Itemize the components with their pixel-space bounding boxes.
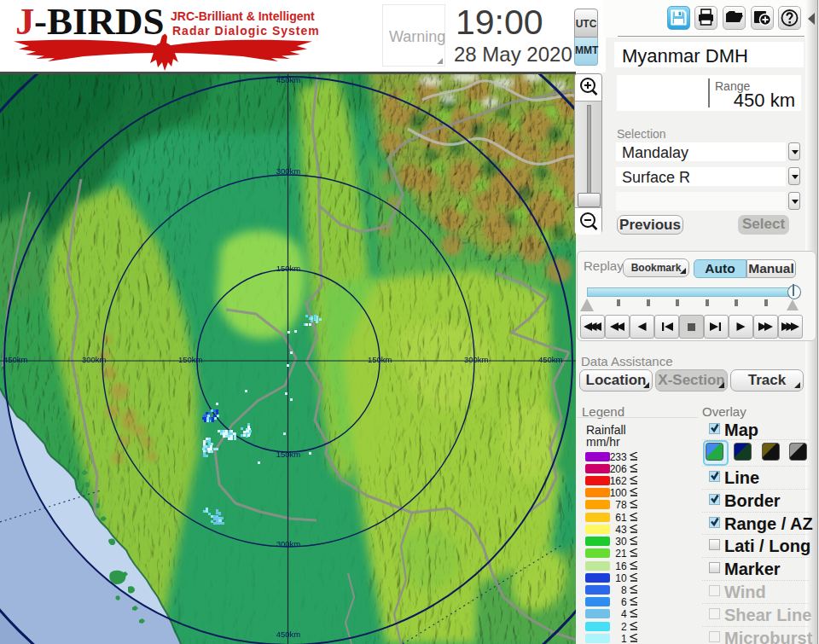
svg-text:150km: 150km — [178, 355, 203, 364]
svg-text:450km: 450km — [276, 629, 301, 639]
svg-text:150km: 150km — [368, 355, 392, 364]
svg-text:450km: 450km — [276, 75, 301, 84]
svg-text:450km: 450km — [538, 355, 563, 364]
svg-text:300km: 300km — [276, 539, 301, 548]
svg-text:-BIRDS: -BIRDS — [34, 2, 165, 43]
svg-text:450km: 450km — [3, 355, 28, 364]
svg-text:Radar Dialogic System: Radar Dialogic System — [172, 24, 320, 38]
svg-text:150km: 150km — [276, 450, 301, 459]
svg-text:JRC-Brilliant & Intelligent: JRC-Brilliant & Intelligent — [171, 9, 315, 23]
svg-text:J: J — [15, 2, 35, 43]
svg-text:300km: 300km — [82, 355, 107, 364]
svg-text:300km: 300km — [464, 355, 489, 364]
svg-text:300km: 300km — [276, 166, 301, 176]
svg-text:150km: 150km — [276, 264, 301, 273]
